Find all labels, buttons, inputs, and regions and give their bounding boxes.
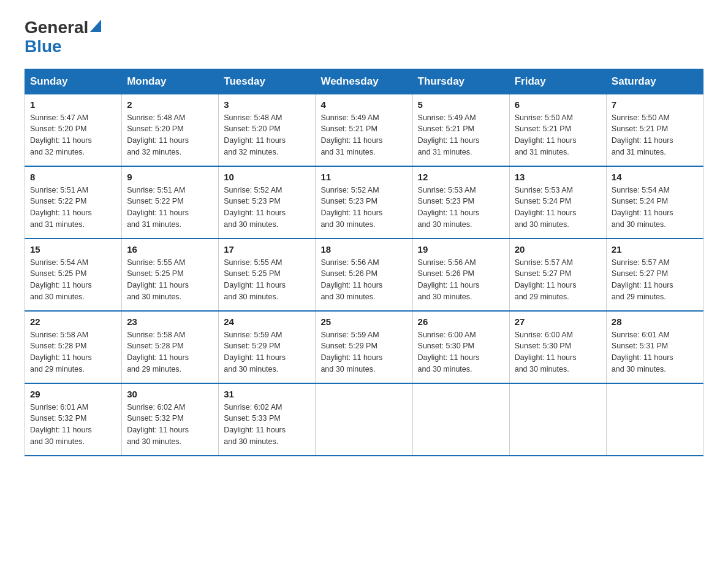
day-info: Sunrise: 5:56 AM Sunset: 5:26 PM Dayligh… [320,257,407,303]
day-info: Sunrise: 5:51 AM Sunset: 5:22 PM Dayligh… [127,185,213,231]
day-number: 4 [320,99,407,110]
day-number: 26 [418,316,504,327]
col-saturday: Saturday [606,69,703,94]
day-number: 3 [224,99,310,110]
col-friday: Friday [509,69,606,94]
day-number: 14 [612,172,698,182]
table-cell: 9 Sunrise: 5:51 AM Sunset: 5:22 PM Dayli… [122,166,219,239]
table-cell: 5 Sunrise: 5:49 AM Sunset: 5:21 PM Dayli… [412,94,509,166]
table-cell: 11 Sunrise: 5:52 AM Sunset: 5:23 PM Dayl… [316,166,412,239]
day-info: Sunrise: 5:49 AM Sunset: 5:21 PM Dayligh… [418,112,504,158]
col-tuesday: Tuesday [219,69,316,94]
logo-blue-text: Blue [25,37,101,56]
day-number: 9 [127,172,213,182]
day-info: Sunrise: 5:59 AM Sunset: 5:29 PM Dayligh… [320,329,407,375]
day-number: 17 [224,244,310,255]
table-cell: 24 Sunrise: 5:59 AM Sunset: 5:29 PM Dayl… [219,311,316,383]
day-number: 1 [30,99,116,110]
day-info: Sunrise: 5:53 AM Sunset: 5:23 PM Dayligh… [418,185,504,231]
day-number: 10 [224,172,310,182]
table-cell: 2 Sunrise: 5:48 AM Sunset: 5:20 PM Dayli… [122,94,219,166]
table-cell: 23 Sunrise: 5:58 AM Sunset: 5:28 PM Dayl… [122,311,219,383]
day-number: 31 [224,389,310,399]
table-cell: 17 Sunrise: 5:55 AM Sunset: 5:25 PM Dayl… [219,239,316,311]
day-info: Sunrise: 6:02 AM Sunset: 5:32 PM Dayligh… [127,402,213,448]
day-number: 20 [515,244,601,255]
day-info: Sunrise: 5:48 AM Sunset: 5:20 PM Dayligh… [127,112,213,158]
day-info: Sunrise: 5:50 AM Sunset: 5:21 PM Dayligh… [515,112,601,158]
week-row-2: 8 Sunrise: 5:51 AM Sunset: 5:22 PM Dayli… [25,166,703,239]
day-info: Sunrise: 5:49 AM Sunset: 5:21 PM Dayligh… [320,112,407,158]
table-cell: 13 Sunrise: 5:53 AM Sunset: 5:24 PM Dayl… [509,166,606,239]
day-info: Sunrise: 5:56 AM Sunset: 5:26 PM Dayligh… [418,257,504,303]
day-info: Sunrise: 5:57 AM Sunset: 5:27 PM Dayligh… [612,257,698,303]
day-number: 28 [612,316,698,327]
day-info: Sunrise: 6:01 AM Sunset: 5:31 PM Dayligh… [612,329,698,375]
day-info: Sunrise: 5:47 AM Sunset: 5:20 PM Dayligh… [30,112,116,158]
day-info: Sunrise: 5:50 AM Sunset: 5:21 PM Dayligh… [612,112,698,158]
day-info: Sunrise: 5:54 AM Sunset: 5:25 PM Dayligh… [30,257,116,303]
svg-marker-0 [90,20,101,32]
table-cell: 1 Sunrise: 5:47 AM Sunset: 5:20 PM Dayli… [25,94,122,166]
day-number: 5 [418,99,504,110]
table-cell: 18 Sunrise: 5:56 AM Sunset: 5:26 PM Dayl… [316,239,412,311]
day-info: Sunrise: 5:54 AM Sunset: 5:24 PM Dayligh… [612,185,698,231]
calendar-table: Sunday Monday Tuesday Wednesday Thursday… [25,69,703,456]
day-number: 7 [612,99,698,110]
day-info: Sunrise: 6:01 AM Sunset: 5:32 PM Dayligh… [30,402,116,448]
table-cell: 10 Sunrise: 5:52 AM Sunset: 5:23 PM Dayl… [219,166,316,239]
week-row-3: 15 Sunrise: 5:54 AM Sunset: 5:25 PM Dayl… [25,239,703,311]
header-row: Sunday Monday Tuesday Wednesday Thursday… [25,69,703,94]
day-number: 24 [224,316,310,327]
week-row-5: 29 Sunrise: 6:01 AM Sunset: 5:32 PM Dayl… [25,383,703,456]
day-number: 2 [127,99,213,110]
day-number: 8 [30,172,116,182]
day-info: Sunrise: 5:57 AM Sunset: 5:27 PM Dayligh… [515,257,601,303]
page-header: General Blue [25,18,703,56]
table-cell: 8 Sunrise: 5:51 AM Sunset: 5:22 PM Dayli… [25,166,122,239]
day-info: Sunrise: 5:59 AM Sunset: 5:29 PM Dayligh… [224,329,310,375]
day-number: 11 [320,172,407,182]
table-cell: 22 Sunrise: 5:58 AM Sunset: 5:28 PM Dayl… [25,311,122,383]
day-number: 15 [30,244,116,255]
day-number: 16 [127,244,213,255]
table-cell: 31 Sunrise: 6:02 AM Sunset: 5:33 PM Dayl… [219,383,316,456]
week-row-4: 22 Sunrise: 5:58 AM Sunset: 5:28 PM Dayl… [25,311,703,383]
day-info: Sunrise: 5:58 AM Sunset: 5:28 PM Dayligh… [30,329,116,375]
day-number: 19 [418,244,504,255]
day-number: 13 [515,172,601,182]
table-cell: 4 Sunrise: 5:49 AM Sunset: 5:21 PM Dayli… [316,94,412,166]
table-cell: 15 Sunrise: 5:54 AM Sunset: 5:25 PM Dayl… [25,239,122,311]
table-cell [606,383,703,456]
table-cell [316,383,412,456]
col-sunday: Sunday [25,69,122,94]
col-monday: Monday [122,69,219,94]
table-cell: 7 Sunrise: 5:50 AM Sunset: 5:21 PM Dayli… [606,94,703,166]
day-info: Sunrise: 5:55 AM Sunset: 5:25 PM Dayligh… [224,257,310,303]
day-number: 30 [127,389,213,399]
table-cell [412,383,509,456]
day-info: Sunrise: 5:52 AM Sunset: 5:23 PM Dayligh… [224,185,310,231]
day-info: Sunrise: 6:00 AM Sunset: 5:30 PM Dayligh… [515,329,601,375]
logo-icon [90,20,101,34]
day-info: Sunrise: 5:48 AM Sunset: 5:20 PM Dayligh… [224,112,310,158]
day-number: 12 [418,172,504,182]
logo: General Blue [25,18,101,56]
day-info: Sunrise: 5:55 AM Sunset: 5:25 PM Dayligh… [127,257,213,303]
col-wednesday: Wednesday [316,69,412,94]
table-cell: 26 Sunrise: 6:00 AM Sunset: 5:30 PM Dayl… [412,311,509,383]
day-info: Sunrise: 5:51 AM Sunset: 5:22 PM Dayligh… [30,185,116,231]
table-cell: 6 Sunrise: 5:50 AM Sunset: 5:21 PM Dayli… [509,94,606,166]
table-cell: 29 Sunrise: 6:01 AM Sunset: 5:32 PM Dayl… [25,383,122,456]
day-info: Sunrise: 6:00 AM Sunset: 5:30 PM Dayligh… [418,329,504,375]
table-cell: 28 Sunrise: 6:01 AM Sunset: 5:31 PM Dayl… [606,311,703,383]
day-number: 22 [30,316,116,327]
day-number: 6 [515,99,601,110]
day-info: Sunrise: 5:52 AM Sunset: 5:23 PM Dayligh… [320,185,407,231]
day-number: 21 [612,244,698,255]
table-cell: 16 Sunrise: 5:55 AM Sunset: 5:25 PM Dayl… [122,239,219,311]
table-cell: 3 Sunrise: 5:48 AM Sunset: 5:20 PM Dayli… [219,94,316,166]
table-cell: 30 Sunrise: 6:02 AM Sunset: 5:32 PM Dayl… [122,383,219,456]
table-cell: 25 Sunrise: 5:59 AM Sunset: 5:29 PM Dayl… [316,311,412,383]
day-number: 27 [515,316,601,327]
